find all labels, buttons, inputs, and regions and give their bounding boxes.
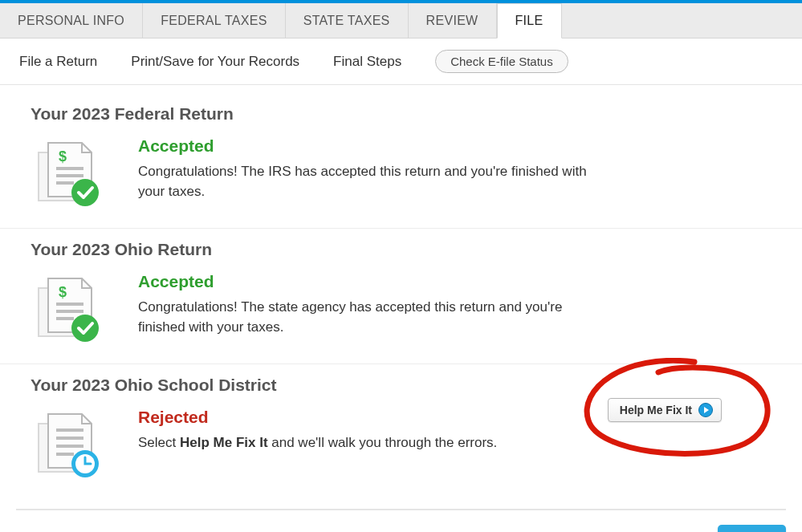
status-desc-ohio-sd: Select Help Me Fix It and we'll walk you…	[138, 433, 588, 453]
status-label-federal: Accepted	[138, 136, 588, 156]
svg-point-4	[71, 179, 99, 206]
nav-final-steps[interactable]: Final Steps	[333, 54, 401, 70]
nav-print-save[interactable]: Print/Save for Your Records	[131, 54, 299, 70]
play-arrow-icon	[698, 403, 713, 417]
secondary-nav: File a Return Print/Save for Your Record…	[0, 39, 802, 85]
tab-federal-taxes[interactable]: FEDERAL TAXES	[143, 3, 286, 38]
help-me-fix-it-label: Help Me Fix It	[620, 404, 692, 416]
nav-file-a-return[interactable]: File a Return	[19, 54, 97, 70]
status-desc-federal: Congratulations! The IRS has accepted th…	[138, 162, 588, 201]
status-label-ohio: Accepted	[138, 272, 588, 291]
footer-bar: Done	[0, 510, 802, 532]
status-desc-ohio: Congratulations! The state agency has ac…	[138, 298, 588, 337]
help-me-fix-it-button[interactable]: Help Me Fix It	[608, 398, 722, 422]
document-pending-icon	[31, 406, 111, 481]
return-block-ohio: Your 2023 Ohio Return $ Ac	[0, 229, 802, 364]
nav-check-efile-status[interactable]: Check E-file Status	[435, 50, 568, 73]
document-accepted-icon: $	[31, 135, 111, 210]
status-desc-suffix: and we'll walk you through the errors.	[268, 435, 498, 450]
return-block-federal: Your 2023 Federal Return $	[0, 93, 802, 229]
return-title-ohio-sd: Your 2023 Ohio School District	[31, 376, 771, 395]
return-block-ohio-sd: Your 2023 Ohio School District	[0, 364, 802, 499]
tab-personal-info[interactable]: PERSONAL INFO	[0, 3, 143, 38]
return-title-federal: Your 2023 Federal Return	[31, 104, 771, 124]
status-desc-bold: Help Me Fix It	[180, 435, 268, 450]
svg-text:$: $	[59, 284, 67, 300]
tab-state-taxes[interactable]: STATE TAXES	[286, 3, 409, 38]
status-label-ohio-sd: Rejected	[138, 408, 588, 427]
status-desc-prefix: Select	[138, 435, 180, 450]
svg-text:$: $	[59, 148, 67, 164]
tab-file[interactable]: FILE	[497, 3, 562, 39]
document-accepted-icon: $	[31, 270, 111, 346]
return-title-ohio: Your 2023 Ohio Return	[31, 240, 771, 259]
done-button[interactable]: Done	[718, 525, 786, 532]
primary-tabs: PERSONAL INFO FEDERAL TAXES STATE TAXES …	[0, 3, 802, 39]
efile-status-content: Your 2023 Federal Return $	[0, 85, 802, 532]
svg-point-9	[71, 315, 99, 342]
tab-review[interactable]: REVIEW	[409, 3, 497, 38]
